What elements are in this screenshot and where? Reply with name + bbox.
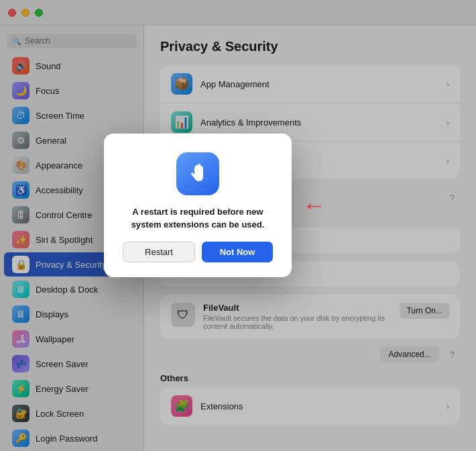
red-arrow-indicator: ← — [302, 193, 326, 217]
dialog-icon — [176, 152, 219, 195]
not-now-button[interactable]: Not Now — [202, 242, 273, 262]
modal-overlay: A restart is required before new system … — [0, 0, 476, 451]
dialog-buttons: Restart Not Now — [123, 242, 273, 262]
restart-button[interactable]: Restart — [123, 242, 195, 262]
restart-dialog: A restart is required before new system … — [104, 134, 292, 277]
dialog-message: A restart is required before new system … — [123, 206, 273, 230]
